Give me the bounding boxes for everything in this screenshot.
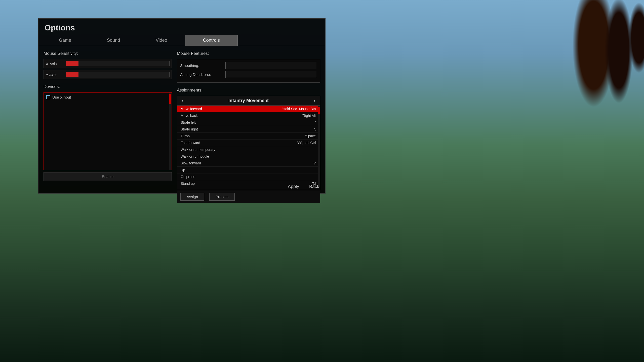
binding-action: Walk or run toggle xyxy=(181,154,316,158)
aiming-deadzone-row: Aiming Deadzone: xyxy=(180,71,317,78)
tab-video[interactable]: Video xyxy=(138,35,185,46)
category-nav: ‹ Infantry Movement › xyxy=(177,96,320,106)
binding-row[interactable]: Strafe right',' xyxy=(177,126,320,133)
trees-decoration xyxy=(468,0,644,151)
options-title: Options xyxy=(38,19,325,35)
x-axis-label: X-Axis: xyxy=(46,62,66,66)
aiming-deadzone-input[interactable] xyxy=(225,71,317,78)
binding-key: 'W','Left Ctrl' xyxy=(297,141,316,145)
binding-action: Turbo xyxy=(181,134,305,138)
x-axis-row: X-Axis: xyxy=(44,59,172,68)
binding-row[interactable]: Walk or run temporary xyxy=(177,146,320,153)
binding-key: '' xyxy=(315,120,316,124)
y-axis-fill xyxy=(66,72,78,77)
y-axis-row: Y-Axis: xyxy=(44,70,172,79)
smoothing-label: Smoothing: xyxy=(180,63,225,68)
bindings-list: Move forward'Hold Sec. Mouse Btn'Move ba… xyxy=(177,106,320,187)
left-panel: Mouse Sensitivity: X-Axis: Y-Axis: xyxy=(44,51,177,187)
action-row: Apply Back xyxy=(288,184,319,189)
aiming-deadzone-label: Aiming Deadzone: xyxy=(180,72,225,77)
y-axis-slider[interactable] xyxy=(66,72,170,77)
content-area: Mouse Sensitivity: X-Axis: Y-Axis: xyxy=(38,46,325,192)
nav-next-arrow[interactable]: › xyxy=(312,98,316,103)
binding-action: Strafe left xyxy=(181,120,315,124)
bindings-scrollbar-thumb xyxy=(318,107,320,114)
options-panel: Options Game Sound Video Controls Mouse … xyxy=(38,18,326,194)
apply-button[interactable]: Apply xyxy=(288,184,299,189)
binding-key: ',' xyxy=(314,127,316,131)
mouse-features-label: Mouse Features: xyxy=(177,51,320,56)
binding-row[interactable]: Walk or run toggle xyxy=(177,153,320,160)
binding-key: 'Space' xyxy=(305,134,316,138)
assignments-footer: Assign Presets xyxy=(177,190,320,203)
smoothing-input[interactable] xyxy=(225,62,317,69)
devices-label: Devices: xyxy=(44,84,172,89)
binding-key: 'V' xyxy=(313,161,316,165)
binding-row[interactable]: Fast forward'W','Left Ctrl' xyxy=(177,140,320,146)
binding-action: Go prone xyxy=(181,175,316,179)
binding-row[interactable]: Strafe left'' xyxy=(177,119,320,126)
mouse-features-section: Mouse Features: Smoothing: Aiming Deadzo… xyxy=(177,51,320,83)
xinput-row[interactable]: Use XInput xyxy=(46,95,169,99)
devices-scrollbar[interactable] xyxy=(169,93,171,170)
devices-scrollbar-thumb xyxy=(169,94,171,104)
binding-row[interactable]: Move back'Right Alt' xyxy=(177,112,320,119)
sensitivity-label: Mouse Sensitivity: xyxy=(44,51,172,56)
binding-row[interactable]: Go prone xyxy=(177,173,320,180)
assignments-box: ‹ Infantry Movement › Move forward'Hold … xyxy=(177,96,320,190)
x-axis-fill xyxy=(66,61,78,66)
tab-controls[interactable]: Controls xyxy=(185,35,238,46)
features-box: Smoothing: Aiming Deadzone: xyxy=(177,59,320,83)
binding-row[interactable]: Slow forward'V' xyxy=(177,160,320,167)
devices-section: Devices: Use XInput Enable xyxy=(44,84,172,181)
binding-row[interactable]: Turbo'Space' xyxy=(177,133,320,140)
binding-action: Fast forward xyxy=(181,141,297,145)
y-axis-label: Y-Axis: xyxy=(46,73,66,77)
assign-button[interactable]: Assign xyxy=(180,193,204,201)
binding-action: Move forward xyxy=(181,107,282,111)
binding-action: Move back xyxy=(181,114,302,118)
binding-row[interactable]: Move forward'Hold Sec. Mouse Btn' xyxy=(177,106,320,112)
assignments-label: Assignments: xyxy=(177,88,320,93)
tab-sound[interactable]: Sound xyxy=(89,35,138,46)
sensitivity-section: Mouse Sensitivity: X-Axis: Y-Axis: xyxy=(44,51,172,79)
x-axis-slider[interactable] xyxy=(66,61,170,66)
binding-action: Up xyxy=(181,168,316,172)
devices-box: Use XInput xyxy=(44,92,172,170)
binding-action: Slow forward xyxy=(181,161,313,165)
binding-key: 'Hold Sec. Mouse Btn' xyxy=(282,107,316,111)
presets-button[interactable]: Presets xyxy=(209,193,235,201)
binding-key: 'Right Alt' xyxy=(302,114,316,118)
back-button[interactable]: Back xyxy=(309,184,319,189)
right-panel: Mouse Features: Smoothing: Aiming Deadzo… xyxy=(177,51,320,187)
xinput-label: Use XInput xyxy=(52,95,71,99)
binding-action: Strafe right xyxy=(181,127,314,131)
bindings-scrollbar[interactable] xyxy=(318,106,320,187)
smoothing-row: Smoothing: xyxy=(180,62,317,69)
nav-prev-arrow[interactable]: ‹ xyxy=(181,98,185,103)
tab-bar: Game Sound Video Controls xyxy=(38,35,325,46)
enable-button[interactable]: Enable xyxy=(44,172,172,181)
binding-action: Walk or run temporary xyxy=(181,148,316,152)
bindings-container: Move forward'Hold Sec. Mouse Btn'Move ba… xyxy=(177,106,320,187)
xinput-checkbox[interactable] xyxy=(46,95,50,99)
tab-game[interactable]: Game xyxy=(41,35,89,46)
category-title: Infantry Movement xyxy=(228,98,269,103)
binding-row[interactable]: Up xyxy=(177,167,320,173)
